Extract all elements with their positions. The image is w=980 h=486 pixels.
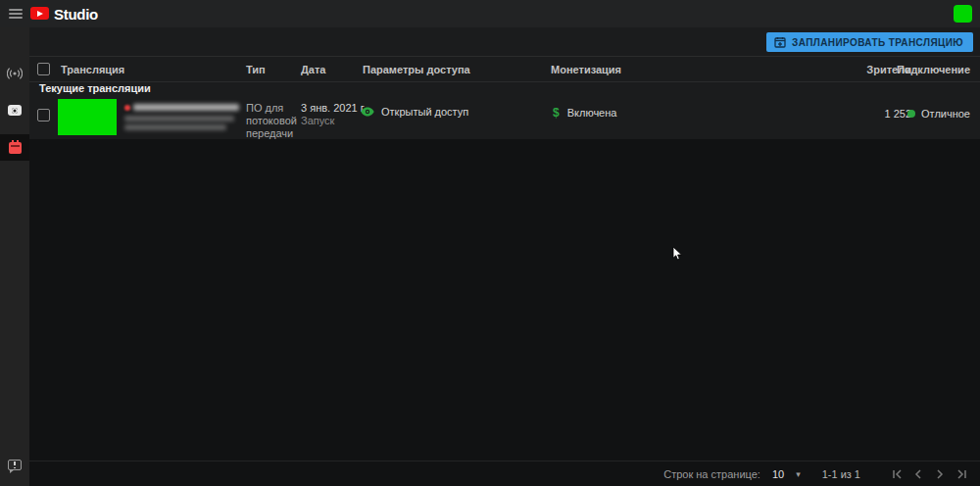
chevron-left-icon [914,469,922,479]
broadcast-icon [7,68,23,79]
next-page-button[interactable] [933,467,947,481]
sidebar-item-stream[interactable] [0,60,29,86]
stream-date-sub: Запуск [301,115,366,127]
section-row: Текущие трансляции [29,82,980,95]
mini-sidebar [0,27,29,486]
youtube-logo-icon[interactable] [30,7,49,20]
col-header-type: Тип [246,64,266,75]
last-page-icon [956,469,967,479]
stream-connection: Отличное [921,108,970,120]
schedule-stream-button[interactable]: ЗАПЛАНИРОВАТЬ ТРАНСЛЯЦИЮ [766,32,973,52]
feedback-bubble-icon [8,460,22,470]
first-page-button[interactable] [890,467,904,481]
stream-visibility: Открытый доступ [381,106,468,118]
row-checkbox[interactable] [37,109,50,122]
connection-status-dot [907,110,915,118]
col-header-date: Дата [301,64,325,75]
account-avatar[interactable] [954,5,972,23]
studio-wordmark: Studio [54,6,98,23]
mouse-cursor [672,246,684,266]
live-red-dot-icon [124,105,130,111]
redacted-stream-description-line1 [124,116,234,122]
stream-thumbnail[interactable] [58,99,117,135]
rows-per-page-label: Строк на странице: [663,468,760,480]
redacted-stream-title [133,104,239,111]
streams-panel: ЗАПЛАНИРОВАТЬ ТРАНСЛЯЦИЮ Трансляция Тип … [29,27,980,139]
hamburger-menu-icon[interactable] [9,9,23,19]
stream-row[interactable]: ПО для потоковой передачи 3 янв. 2021 г.… [29,95,980,139]
calendar-icon [9,142,22,154]
col-header-connection: Подключение [897,64,970,75]
last-page-button[interactable] [955,467,968,481]
eye-icon [361,107,374,117]
panel-toolbar: ЗАПЛАНИРОВАТЬ ТРАНСЛЯЦИЮ [29,27,980,57]
webcam-icon [8,105,22,116]
col-header-monetization: Монетизация [551,64,621,75]
col-header-stream: Трансляция [61,64,124,75]
sidebar-item-manage-streams[interactable] [0,134,29,161]
stream-date-cell: 3 янв. 2021 г. Запуск [301,102,366,127]
chevron-right-icon [936,469,944,479]
stream-monetization: Включена [567,107,617,119]
prev-page-button[interactable] [911,467,925,481]
pagination-range: 1-1 из 1 [822,468,860,480]
first-page-icon [892,469,903,479]
rows-per-page-value: 10 [772,468,784,480]
calendar-plus-icon [774,36,786,48]
pagination-bar: Строк на странице: 10 ▾ 1-1 из 1 [29,461,980,486]
stream-title-block[interactable] [124,104,252,130]
schedule-stream-label: ЗАПЛАНИРОВАТЬ ТРАНСЛЯЦИЮ [792,37,963,48]
redacted-stream-description-line2 [124,124,226,130]
youtube-studio-live-page: Studio [0,0,980,486]
dollar-icon: $ [553,106,560,120]
table-header: Трансляция Тип Дата Параметры доступа Мо… [29,57,980,82]
sidebar-item-webcam[interactable] [0,97,29,123]
sidebar-item-feedback[interactable] [0,452,29,478]
stream-type: ПО для потоковой передачи [246,102,303,140]
top-bar: Studio [0,0,980,27]
section-title: Текущие трансляции [39,82,151,94]
stream-connection-cell: Отличное [907,108,970,120]
stream-visibility-cell[interactable]: Открытый доступ [361,106,468,118]
stream-date: 3 янв. 2021 г. [301,102,366,115]
caret-down-icon: ▾ [796,469,801,479]
select-all-checkbox[interactable] [37,63,50,75]
stream-monetization-cell[interactable]: $ Включена [553,106,616,120]
col-header-visibility: Параметры доступа [363,64,470,75]
rows-per-page-select[interactable]: 10 ▾ [772,468,801,480]
